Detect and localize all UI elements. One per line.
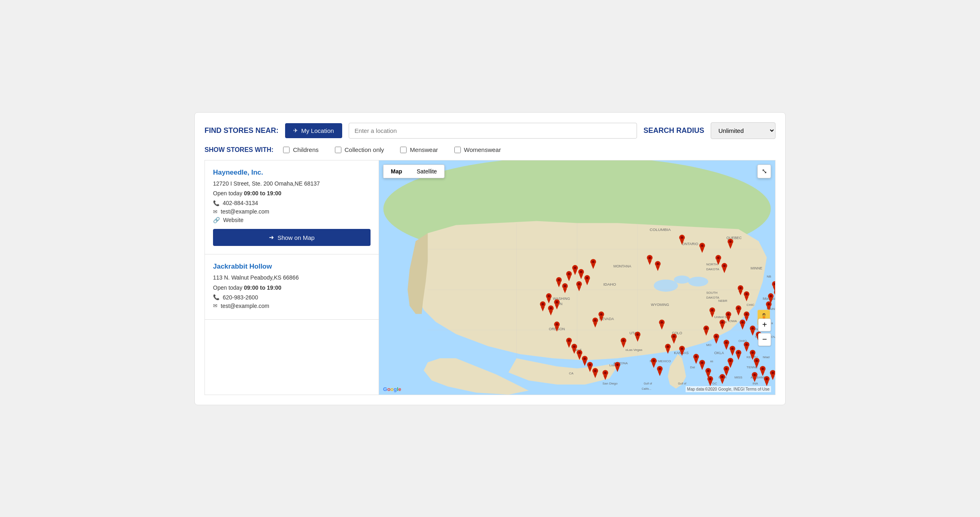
svg-point-254 (695, 355, 697, 358)
svg-text:MISS: MISS (735, 376, 742, 379)
my-location-button[interactable]: ✈ My Location (285, 123, 342, 138)
svg-text:NB: NB (767, 275, 771, 278)
svg-text:as: as (710, 360, 714, 363)
filter-menswear-checkbox[interactable] (400, 147, 407, 153)
svg-text:CHIC: CHIC (747, 303, 755, 306)
map-area: COLUMBIA ONTARIO QUEBEC MONTANA NORTH DA… (379, 160, 775, 395)
store-email-value-hayneedle: test@example.com (221, 208, 269, 215)
expand-icon: ⤡ (762, 167, 767, 175)
filter-collection-only[interactable]: Collection only (335, 146, 384, 153)
filter-womenswear-checkbox[interactable] (454, 147, 461, 153)
show-on-map-button-hayneedle[interactable]: ➜ Show on Map (213, 229, 371, 246)
svg-point-146 (578, 351, 581, 354)
store-name-jackrabbit[interactable]: Jackrabbit Hollow (213, 263, 371, 271)
svg-point-194 (727, 313, 730, 315)
svg-point-203 (746, 313, 748, 315)
svg-text:San Diego: San Diego (603, 382, 618, 385)
svg-point-179 (681, 347, 683, 350)
svg-text:Dal: Dal (690, 365, 695, 369)
svg-text:IOWA: IOWA (729, 319, 737, 323)
svg-point-260 (707, 370, 709, 372)
svg-point-7 (674, 276, 690, 284)
svg-point-6 (654, 279, 678, 291)
svg-point-164 (622, 339, 625, 342)
filter-womenswear[interactable]: Womenswear (454, 146, 501, 153)
filter-menswear-label: Menswear (410, 146, 438, 153)
website-icon: 🔗 (213, 217, 220, 223)
svg-point-116 (723, 265, 726, 267)
filters-label: SHOW STORES WITH: (205, 146, 273, 154)
svg-text:COLUMBIA: COLUMBIA (650, 227, 671, 232)
store-card-jackrabbit: Jackrabbit Hollow 113 N. Walnut Peabody,… (205, 254, 379, 320)
svg-point-287 (739, 286, 742, 289)
map-svg: COLUMBIA ONTARIO QUEBEC MONTANA NORTH DA… (379, 160, 775, 395)
map-expand-button[interactable]: ⤡ (757, 164, 771, 178)
svg-point-77 (701, 244, 703, 247)
svg-point-80 (729, 240, 732, 243)
google-logo: Google (383, 386, 401, 392)
store-hours-hayneedle: Open today 09:00 to 19:00 (213, 190, 371, 197)
filter-childrens[interactable]: Childrens (283, 146, 318, 153)
store-card-hayneedle: Hayneedle, Inc. 12720 I Street, Ste. 200… (205, 160, 379, 255)
radius-select[interactable]: Unlimited 5 miles 10 miles 25 miles 50 m… (711, 122, 775, 139)
zoom-in-button[interactable]: + (758, 318, 771, 331)
phone-icon: 📞 (213, 200, 219, 206)
svg-point-209 (752, 327, 754, 329)
svg-point-221 (767, 303, 770, 305)
svg-point-206 (741, 321, 744, 323)
svg-text:MONTANA: MONTANA (614, 264, 631, 268)
map-tab-satellite[interactable]: Satellite (409, 165, 444, 178)
svg-point-290 (746, 293, 748, 295)
svg-point-224 (769, 295, 772, 297)
svg-point-152 (589, 363, 591, 366)
store-address-hayneedle: 12720 I Street, Ste. 200 Omaha,NE 68137 (213, 180, 371, 188)
store-name-hayneedle[interactable]: Hayneedle, Inc. (213, 169, 371, 177)
svg-point-266 (652, 359, 655, 362)
svg-point-242 (737, 351, 740, 354)
store-list[interactable]: Hayneedle, Inc. 12720 I Street, Ste. 200… (205, 160, 379, 395)
map-zoom-controls: + − (758, 318, 771, 346)
svg-point-236 (761, 367, 764, 370)
show-on-map-label-hayneedle: Show on Map (277, 234, 315, 241)
zoom-out-button[interactable]: − (758, 333, 771, 346)
svg-text:Gulf of: Gulf of (678, 382, 686, 385)
filter-childrens-checkbox[interactable] (283, 147, 290, 153)
store-website-hayneedle[interactable]: 🔗 Website (213, 217, 371, 223)
svg-point-119 (548, 295, 550, 297)
store-hours-value-2: 09:00 to 19:00 (244, 284, 281, 291)
svg-text:TENNE: TENNE (747, 365, 758, 369)
svg-point-104 (592, 261, 594, 263)
svg-text:Califo...: Califo... (641, 387, 651, 390)
svg-point-158 (604, 372, 607, 374)
navigation-icon: ✈ (293, 127, 298, 134)
svg-point-89 (580, 271, 582, 273)
filter-childrens-label: Childrens (293, 146, 318, 153)
svg-point-128 (550, 307, 552, 309)
svg-point-155 (594, 370, 597, 372)
svg-point-161 (616, 363, 619, 366)
store-email-hayneedle: ✉ test@example.com (213, 208, 371, 215)
svg-text:Gulf of: Gulf of (643, 382, 652, 385)
svg-point-227 (746, 343, 748, 346)
svg-text:MINNE: MINNE (751, 266, 763, 270)
svg-point-191 (721, 321, 724, 323)
map-tab-map[interactable]: Map (383, 165, 409, 178)
filter-collection-only-checkbox[interactable] (335, 147, 341, 153)
svg-point-185 (715, 335, 718, 338)
svg-point-98 (564, 284, 566, 287)
store-phone-number-hayneedle: 402-884-3134 (223, 200, 258, 206)
filter-menswear[interactable]: Menswear (400, 146, 438, 153)
svg-point-275 (771, 372, 774, 374)
location-input[interactable] (349, 123, 637, 139)
store-address-jackrabbit: 113 N. Walnut Peabody,KS 66866 (213, 274, 371, 282)
search-radius-label: SEARCH RADIUS (643, 126, 704, 135)
svg-point-101 (578, 282, 580, 285)
svg-text:IDAHO: IDAHO (603, 282, 616, 286)
svg-point-176 (667, 345, 669, 348)
svg-point-182 (705, 327, 707, 329)
svg-text:CA: CA (569, 372, 574, 375)
store-phone-number-jackrabbit: 620-983-2600 (223, 294, 258, 301)
filter-collection-only-label: Collection only (345, 146, 384, 153)
store-phone-jackrabbit: 📞 620-983-2600 (213, 294, 371, 301)
svg-point-131 (556, 323, 558, 325)
